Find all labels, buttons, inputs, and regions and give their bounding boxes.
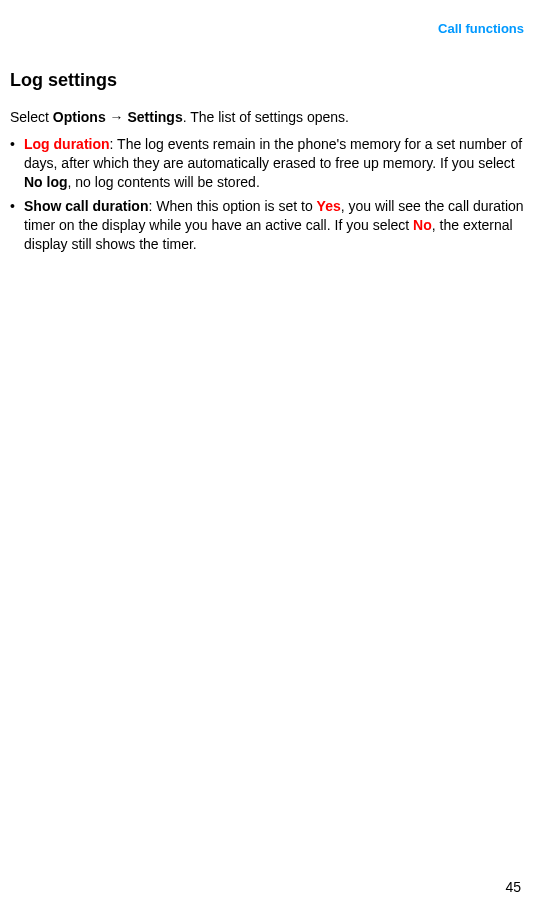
bullet-inner-bold: Yes: [317, 198, 341, 214]
bullet-marker: •: [10, 135, 24, 192]
bullet-label: Log duration: [24, 136, 110, 152]
bullet-item: • Show call duration: When this option i…: [10, 197, 529, 254]
page-title: Log settings: [10, 68, 529, 92]
bullet-marker: •: [10, 197, 24, 254]
intro-arrow: →: [106, 109, 128, 125]
bullet-text: : When this option is set to: [148, 198, 316, 214]
page-number: 45: [505, 878, 521, 897]
bullet-text-after: , no log contents will be stored.: [68, 174, 260, 190]
bullet-inner-bold2: No: [413, 217, 432, 233]
intro-settings-word: Settings: [127, 109, 182, 125]
intro-options-word: Options: [53, 109, 106, 125]
bullet-label: Show call duration: [24, 198, 148, 214]
bullet-body: Log duration: The log events remain in t…: [24, 135, 524, 192]
intro-suffix: . The list of settings opens.: [183, 109, 349, 125]
intro-text: Select Options → Settings. The list of s…: [10, 108, 529, 127]
intro-prefix: Select: [10, 109, 53, 125]
bullet-body: Show call duration: When this option is …: [24, 197, 524, 254]
header-section-label: Call functions: [10, 20, 529, 38]
bullet-item: • Log duration: The log events remain in…: [10, 135, 529, 192]
bullet-inner-bold: No log: [24, 174, 68, 190]
